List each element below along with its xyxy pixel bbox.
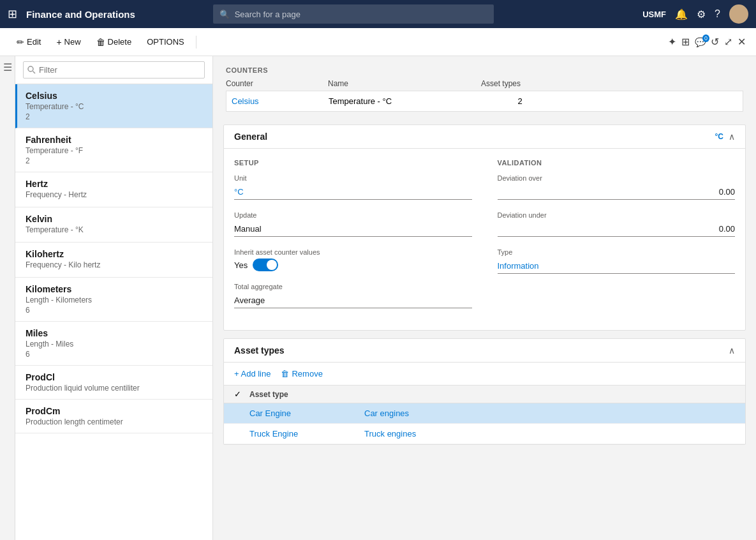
deviation-over-label: Deviation over [498,174,736,182]
hamburger-icon: ☰ [3,61,12,73]
refresh-icon[interactable]: ↺ [711,36,719,48]
unit-label: Unit [234,174,472,182]
unit-field: Unit °C [234,174,472,200]
new-icon: + [56,37,61,47]
expand-icon[interactable]: ⤢ [724,36,732,48]
filter-input[interactable] [23,61,205,79]
list-item[interactable]: Kilometers Length - Kilometers 6 [15,278,212,322]
settings-icon[interactable]: ⚙ [697,8,706,20]
new-button[interactable]: + New [50,34,87,50]
col-name-header: Name [328,79,481,88]
setup-header: SETUP [234,159,472,167]
checkmark-icon: ✓ [234,389,241,399]
type-field: Type Information [498,248,736,274]
filter-box [15,56,212,84]
counters-label: COUNTERS [226,66,743,74]
remove-icon: 🗑 [281,369,289,379]
delete-button[interactable]: 🗑 Delete [90,34,138,50]
main-layout: ☰ Celsius Temperature - °C 2 Fahrenheit … [0,56,756,540]
total-aggregate-label: Total aggregate [234,283,472,290]
avatar[interactable] [729,4,748,24]
search-icon: 🔍 [219,10,230,19]
sidebar-toggle[interactable]: ☰ [0,56,15,540]
setup-column: SETUP Unit °C Update Manual Inherit asse… [234,159,472,320]
list-item[interactable]: Miles Length - Miles 6 [15,322,212,366]
delete-icon: 🗑 [96,37,105,47]
validation-header: VALIDATION [498,159,736,167]
edit-icon: ✏ [17,37,24,47]
update-value[interactable]: Manual [234,221,472,237]
close-icon[interactable]: ✕ [737,36,746,48]
pin-icon[interactable]: ✦ [668,36,676,48]
general-section: General °C ∧ SETUP Unit °C [223,124,746,331]
inherit-toggle[interactable] [253,259,278,271]
collapse-icon: ∧ [729,131,735,142]
asset-actions: + Add line 🗑 Remove [224,363,745,386]
list-item[interactable]: Hertz Frequency - Hertz [15,172,212,207]
toolbar: ✏ Edit + New 🗑 Delete OPTIONS ✦ ⊞ 💬0 ↺ ⤢… [0,28,756,56]
asset-types-section: Asset types ∧ + Add line 🗑 Remove ✓ [223,338,746,445]
asset-type-name: Truck engines [364,429,416,439]
counters-row[interactable]: Celsius Temperature - °C 2 [226,91,743,112]
total-aggregate-value[interactable]: Average [234,293,472,308]
type-value[interactable]: Information [498,259,736,274]
counter-value: Celsius [226,96,329,106]
add-line-button[interactable]: + Add line [234,368,271,380]
asset-table: ✓ Asset type Car Engine Car engines Truc… [224,386,745,444]
add-line-label: + Add line [234,369,271,379]
remove-label: Remove [292,369,322,379]
check-header: ✓ [234,389,249,399]
deviation-under-field: Deviation under 0.00 [498,211,736,237]
search-placeholder: Search for a page [235,10,300,19]
inherit-value: Yes [234,260,248,270]
total-aggregate-field: Total aggregate Average [234,283,472,308]
deviation-under-label: Deviation under [498,211,736,219]
office-icon[interactable]: ⊞ [681,36,690,48]
app-title: Finance and Operations [26,9,135,20]
general-section-header[interactable]: General °C ∧ [224,125,745,149]
counters-section: COUNTERS Counter Name Asset types Celsiu… [213,56,756,117]
deviation-over-value[interactable]: 0.00 [498,184,736,200]
list-item[interactable]: ProdCl Production liquid volume centilit… [15,366,212,400]
asset-types-header[interactable]: Asset types ∧ [224,339,745,363]
general-section-title: General [234,131,267,142]
remove-button[interactable]: 🗑 Remove [281,368,322,380]
left-panel: Celsius Temperature - °C 2 Fahrenheit Te… [15,56,213,540]
list-item[interactable]: Kelvin Temperature - °K [15,207,212,243]
list-item[interactable]: ProdCm Production length centimeter [15,400,212,433]
inherit-label: Inherit asset counter values [234,248,472,256]
list-item[interactable]: Celsius Temperature - °C 2 [15,84,212,128]
asset-types-collapse-icon: ∧ [729,345,735,356]
global-search[interactable]: 🔍 Search for a page [213,4,494,24]
deviation-over-field: Deviation over 0.00 [498,174,736,200]
unit-value[interactable]: °C [234,184,472,200]
notification-badge-icon[interactable]: 💬0 [695,37,706,47]
asset-types-title: Asset types [234,345,285,356]
asset-table-header: ✓ Asset type [224,386,745,403]
asset-type-name: Car engines [364,409,409,418]
counter-name: Temperature - °C [329,96,482,106]
options-button[interactable]: OPTIONS [140,34,191,49]
list-item[interactable]: Kilohertz Frequency - Kilo hertz [15,243,212,278]
notification-icon[interactable]: 🔔 [675,8,688,20]
toolbar-separator [196,36,196,49]
deviation-under-value[interactable]: 0.00 [498,221,736,237]
edit-button[interactable]: ✏ Edit [10,34,47,50]
help-icon[interactable]: ? [715,8,720,20]
list-container: Celsius Temperature - °C 2 Fahrenheit Te… [15,84,212,540]
col-asset-types-header: Asset types [481,79,558,88]
asset-type-id: Car Engine [249,409,364,418]
inherit-field: Inherit asset counter values Yes [234,248,472,271]
update-label: Update [234,211,472,219]
list-item[interactable]: Fahrenheit Temperature - °F 2 [15,128,212,172]
grid-icon[interactable]: ⊞ [8,7,17,21]
asset-type-row[interactable]: Car Engine Car engines [224,403,745,424]
general-badge: °C [715,132,723,141]
update-field: Update Manual [234,211,472,237]
asset-type-row[interactable]: Truck Engine Truck engines [224,424,745,444]
validation-column: VALIDATION Deviation over 0.00 Deviation… [498,159,736,320]
counters-header: Counter Name Asset types [226,79,743,88]
top-navigation: ⊞ Finance and Operations 🔍 Search for a … [0,0,756,28]
org-label: USMF [642,10,666,19]
col-asset-type-header: Asset type [249,390,288,399]
